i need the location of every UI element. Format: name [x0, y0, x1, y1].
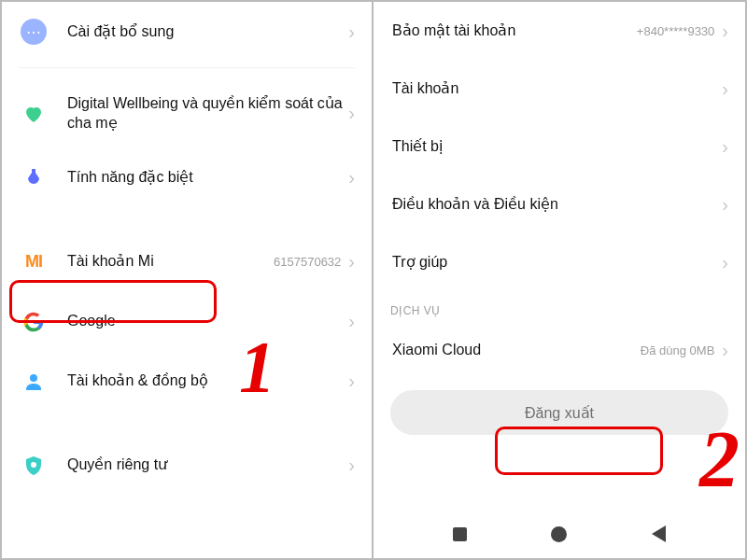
special-features-label: Tính năng đặc biệt [67, 168, 348, 188]
sign-out-label: Đăng xuất [525, 404, 594, 422]
row-xiaomi-cloud[interactable]: Xiaomi Cloud Đã dùng 0MB › [374, 321, 745, 379]
chevron-right-icon: › [348, 455, 355, 476]
additional-settings-icon: ⋯ [19, 17, 49, 47]
chevron-right-icon: › [722, 252, 728, 273]
row-account-security[interactable]: Bảo mật tài khoản +840*****9330 › [374, 2, 745, 60]
accounts-sync-icon [19, 367, 49, 397]
accounts-sync-label: Tài khoản & đồng bộ [67, 371, 348, 391]
sign-out-button[interactable]: Đăng xuất [390, 390, 728, 435]
chevron-right-icon: › [348, 167, 355, 189]
chevron-right-icon: › [348, 21, 355, 43]
row-privacy[interactable]: Quyền riêng tư › [2, 436, 372, 496]
row-mi-account[interactable]: MI Tài khoản Mi 6157570632 › [2, 232, 372, 292]
mi-account-label: Tài khoản Mi [67, 252, 274, 272]
google-logo-icon [19, 307, 49, 337]
svg-point-0 [30, 374, 37, 382]
row-terms[interactable]: Điều khoản và Điều kiện › [374, 175, 745, 233]
mi-logo-icon: MI [19, 247, 49, 277]
google-label: Google [67, 312, 348, 331]
privacy-label: Quyền riêng tư [67, 455, 348, 475]
mi-account-detail-pane: Bảo mật tài khoản +840*****9330 › Tài kh… [374, 2, 745, 558]
additional-settings-label: Cài đặt bổ sung [67, 22, 348, 42]
row-accounts[interactable]: Tài khoản › [374, 60, 745, 118]
chevron-right-icon: › [722, 194, 728, 216]
chevron-right-icon: › [722, 340, 728, 361]
row-google[interactable]: Google › [2, 292, 372, 352]
account-security-phone: +840*****9330 [637, 24, 715, 38]
row-special-features[interactable]: Tính năng đặc biệt › [2, 148, 372, 208]
settings-list-pane: ⋯ Cài đặt bổ sung › Digital Wellbeing và… [2, 2, 374, 558]
chevron-right-icon: › [348, 251, 355, 273]
accounts-label: Tài khoản [390, 79, 722, 99]
row-help[interactable]: Trợ giúp › [374, 233, 745, 291]
chevron-right-icon: › [722, 78, 728, 100]
special-features-icon [19, 163, 49, 193]
row-digital-wellbeing[interactable]: Digital Wellbeing và quyền kiểm soát của… [2, 74, 372, 148]
nav-back-button[interactable] [652, 525, 666, 542]
chevron-right-icon: › [348, 103, 355, 124]
chevron-right-icon: › [348, 311, 355, 332]
svg-point-1 [31, 462, 36, 468]
nav-recent-button[interactable] [453, 527, 467, 541]
row-accounts-sync[interactable]: Tài khoản & đồng bộ › [2, 352, 372, 412]
row-additional-settings[interactable]: ⋯ Cài đặt bổ sung › [2, 2, 372, 62]
account-security-label: Bảo mật tài khoản [390, 21, 637, 41]
xiaomi-cloud-label: Xiaomi Cloud [390, 341, 641, 360]
chevron-right-icon: › [348, 371, 355, 392]
row-devices[interactable]: Thiết bị › [374, 118, 745, 175]
chevron-right-icon: › [722, 21, 728, 42]
help-label: Trợ giúp [390, 253, 722, 273]
digital-wellbeing-label: Digital Wellbeing và quyền kiểm soát của… [67, 94, 348, 133]
mi-account-id: 6157570632 [274, 255, 341, 269]
divider [19, 67, 355, 68]
terms-label: Điều khoản và Điều kiện [390, 195, 722, 215]
chevron-right-icon: › [722, 136, 728, 158]
devices-label: Thiết bị [390, 137, 722, 157]
privacy-shield-icon [19, 451, 49, 481]
android-nav-bar [374, 513, 745, 554]
nav-home-button[interactable] [551, 526, 567, 542]
wellbeing-icon [19, 99, 49, 129]
section-services-header: DỊCH VỤ [374, 291, 745, 321]
xiaomi-cloud-usage: Đã dùng 0MB [641, 343, 715, 357]
